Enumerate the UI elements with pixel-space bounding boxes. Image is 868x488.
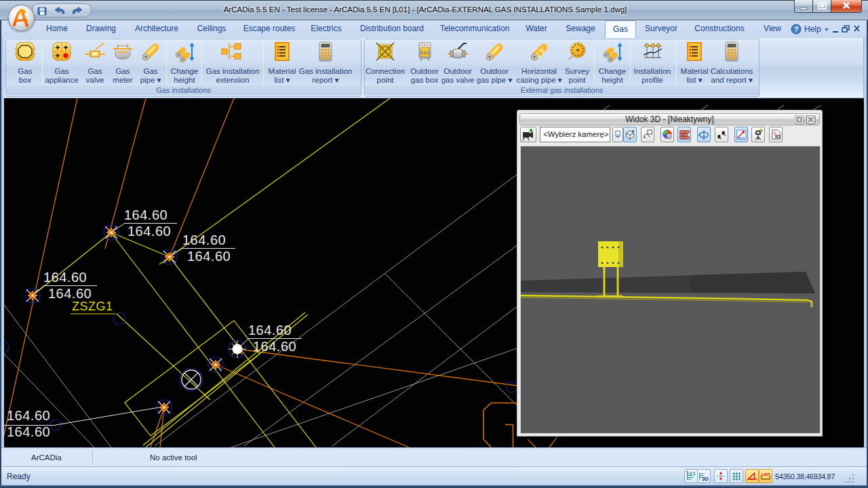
svg-text:164.60: 164.60 bbox=[7, 424, 50, 439]
svg-text:164.60: 164.60 bbox=[187, 249, 231, 264]
svg-text:?: ? bbox=[794, 25, 799, 33]
svg-text:3D: 3D bbox=[702, 476, 709, 482]
svg-text:164.60: 164.60 bbox=[43, 270, 87, 285]
svg-text:LWT: LWT bbox=[762, 472, 771, 476]
svg-text:3D: 3D bbox=[774, 134, 781, 139]
svg-text:164.60: 164.60 bbox=[124, 207, 167, 222]
svg-text:164.60: 164.60 bbox=[253, 339, 296, 354]
svg-text:164.60: 164.60 bbox=[48, 286, 92, 301]
svg-text:164.60: 164.60 bbox=[182, 232, 226, 247]
svg-text:Help: Help bbox=[804, 24, 821, 34]
svg-text:164.60: 164.60 bbox=[7, 408, 50, 423]
svg-text:ZSZG1: ZSZG1 bbox=[72, 300, 113, 313]
svg-text:164.60: 164.60 bbox=[127, 224, 171, 239]
svg-text:164.60: 164.60 bbox=[248, 323, 292, 338]
svg-text:GAZ: GAZ bbox=[420, 50, 431, 55]
